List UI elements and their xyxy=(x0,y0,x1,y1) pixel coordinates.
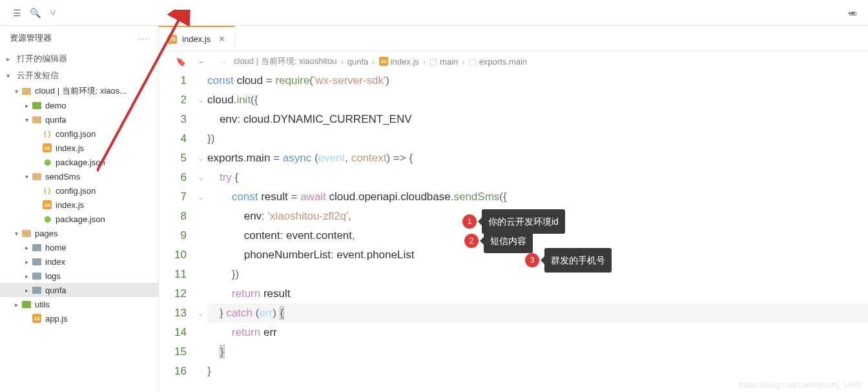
file-json-icon: { } xyxy=(41,129,53,138)
tree-item[interactable]: JSindex.js xyxy=(0,198,158,212)
nav-forward-icon[interactable]: → xyxy=(219,57,227,67)
layout-icon[interactable]: ▭ xyxy=(843,8,862,18)
tree-item[interactable]: JSapp.js xyxy=(0,311,158,325)
anno-badge-3: 3 xyxy=(525,253,539,267)
anno-badge-2: 2 xyxy=(464,234,479,248)
tree-item[interactable]: ⬢package.json xyxy=(0,155,158,169)
folder-gray-icon xyxy=(31,258,43,265)
file-tree: ▾cloud | 当前环境: xiaos...▸demo▾qunfa{ }con… xyxy=(0,84,158,325)
folder-gray-icon xyxy=(31,244,43,251)
watermark: https://blog.csdn.net/qiushi_1990 xyxy=(739,380,862,389)
more-icon[interactable]: ··· xyxy=(138,34,149,43)
cube-icon: ⬚ xyxy=(429,57,437,67)
tab-index-js[interactable]: JS index.js ✕ xyxy=(159,26,235,51)
project-section[interactable]: ▾云开发短信 xyxy=(0,67,158,84)
tab-bar: JS index.js ✕ xyxy=(159,26,868,52)
file-node-icon: ⬢ xyxy=(41,158,53,167)
list-icon[interactable]: ☰ xyxy=(8,8,26,18)
cube-icon: ⬚ xyxy=(469,57,477,67)
branch-icon[interactable]: ⑂ xyxy=(44,8,62,18)
tree-item[interactable]: JSindex.js xyxy=(0,141,158,155)
tree-item[interactable]: ⬢package.json xyxy=(0,212,158,226)
js-file-icon: JS xyxy=(168,35,177,44)
folder-green-icon xyxy=(21,301,32,308)
search-icon[interactable]: 🔍 xyxy=(26,8,44,18)
tree-item[interactable]: ▾sendSms xyxy=(0,169,158,183)
explorer-sidebar: 资源管理器 ··· ▸打开的编辑器 ▾云开发短信 ▾cloud | 当前环境: … xyxy=(0,26,159,392)
tree-item[interactable]: ▾cloud | 当前环境: xiaos... xyxy=(0,84,158,98)
code-editor[interactable]: 1234 5678 9101112 13141516 ⌄ ⌄⌄⌄ ⌄ const… xyxy=(159,71,868,381)
tree-item[interactable]: { }config.json xyxy=(0,183,158,198)
explorer-title: 资源管理器 xyxy=(10,32,52,44)
js-file-icon: JS xyxy=(379,57,388,66)
tree-item[interactable]: { }config.json xyxy=(0,127,158,141)
nav-back-icon[interactable]: ← xyxy=(198,57,206,67)
top-toolbar: ☰ 🔍 ⑂ ⇥ ▭ xyxy=(0,0,868,26)
tree-item[interactable]: ▾pages xyxy=(0,226,158,240)
tree-item[interactable]: ▸logs xyxy=(0,269,158,283)
breadcrumb-bar: 🔖 ← → cloud | 当前环境: xiaoshitou › qunfa ›… xyxy=(159,52,868,71)
tree-item[interactable]: ▸index xyxy=(0,254,158,269)
file-js-icon: JS xyxy=(31,314,43,323)
folder-orange-icon xyxy=(31,173,43,180)
tree-item[interactable]: ▾qunfa xyxy=(0,112,158,127)
annotation-2: 2 短信内容 xyxy=(464,229,533,253)
line-gutter: 1234 5678 9101112 13141516 xyxy=(159,71,194,381)
anno-badge-1: 1 xyxy=(462,214,477,229)
folder-orange-icon xyxy=(21,88,32,95)
folder-gray-icon xyxy=(31,287,43,294)
folder-green-icon xyxy=(31,102,43,109)
tree-item[interactable]: ▸demo xyxy=(0,98,158,112)
file-js-icon: JS xyxy=(41,200,53,209)
folder-orange-icon xyxy=(21,230,32,237)
tree-item[interactable]: ▸utils xyxy=(0,297,158,311)
annotation-3: 3 群发的手机号 xyxy=(525,248,612,273)
file-json-icon: { } xyxy=(41,186,53,195)
fold-gutter: ⌄ ⌄⌄⌄ ⌄ xyxy=(194,71,207,381)
close-icon[interactable]: ✕ xyxy=(218,34,225,44)
file-js-icon: JS xyxy=(41,143,53,152)
folder-gray-icon xyxy=(31,273,43,280)
bookmark-icon[interactable]: 🔖 xyxy=(176,57,186,67)
tab-label: index.js xyxy=(182,34,211,44)
tree-item[interactable]: ▸qunfa xyxy=(0,283,158,297)
tree-item[interactable]: ▸home xyxy=(0,240,158,254)
opened-editors-section[interactable]: ▸打开的编辑器 xyxy=(0,50,158,67)
file-node-icon: ⬢ xyxy=(41,214,53,223)
folder-orange-icon xyxy=(31,116,43,123)
